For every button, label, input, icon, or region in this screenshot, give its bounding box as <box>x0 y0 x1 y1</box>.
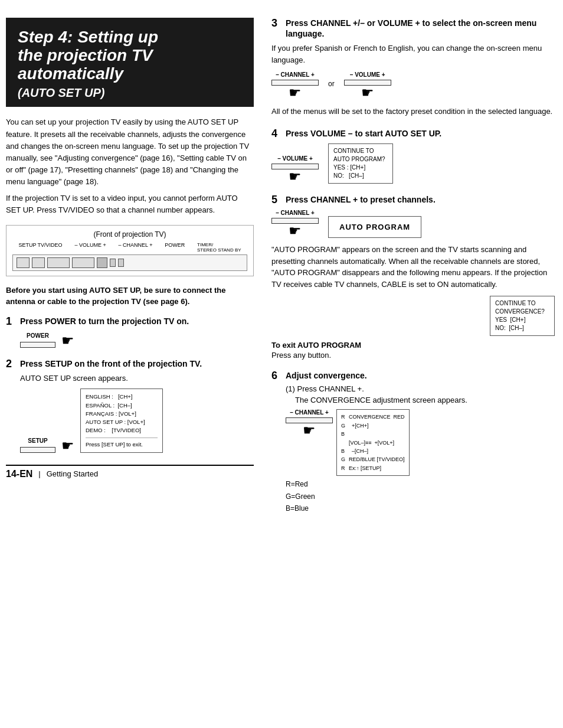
step-3-btn1-label: – CHANNEL + <box>276 71 315 78</box>
title-line1: Step 4: Setting up <box>18 28 242 47</box>
conv-col-letters: R G B B G R <box>341 413 345 472</box>
step-4-header: 4 Press VOLUME – to start AUTO SET UP. <box>271 128 555 139</box>
title-box: Step 4: Setting up the projection TV aut… <box>6 18 254 107</box>
step-6-sub1: (1) Press CHANNEL +. <box>286 384 555 393</box>
panel-btn-sm2 <box>118 259 124 267</box>
step-4-title: Press VOLUME – to start AUTO SET UP. <box>286 128 441 139</box>
step-5-btn-group: – CHANNEL + ☛ <box>271 210 319 238</box>
conv-g1: G <box>341 422 345 430</box>
panel-buttons <box>12 254 247 271</box>
step-3-btn2-group: – VOLUME + ☛ <box>344 71 391 100</box>
step-2-number: 2 <box>6 358 17 369</box>
step-1-body: POWER ☛ <box>6 331 254 348</box>
step-6-btn-group: – CHANNEL + ☛ <box>286 409 333 438</box>
title-line2: the projection TV <box>18 47 242 65</box>
step-1-btn-group: POWER <box>20 331 55 348</box>
step-1: 1 Press POWER to turn the projection TV … <box>6 316 254 348</box>
conv-g2: G <box>341 455 345 463</box>
step-5-s2-line4: NO: [CH–] <box>495 324 549 332</box>
conv-text-3 <box>349 430 405 438</box>
step-1-btn-label: POWER <box>27 331 49 340</box>
color-b: B=Blue <box>286 502 555 514</box>
diagram-title: (Front of projection TV) <box>12 230 247 239</box>
step-6-conv-diagram: – CHANNEL + ☛ R G B B G <box>286 409 555 476</box>
step-6: 6 Adjust convergence. (1) Press CHANNEL … <box>271 370 555 514</box>
step-3-or: or <box>328 80 335 100</box>
screen-line-3: FRANÇAIS : [VOL+] <box>86 410 158 418</box>
step-3-hand1-icon: ☛ <box>289 86 302 100</box>
step-5-s2-line3: YES [CH+] <box>495 316 549 324</box>
label-channel: – CHANNEL + <box>118 242 152 253</box>
intro-text: You can set up your projection TV easily… <box>6 116 254 216</box>
screen-divider <box>86 438 158 438</box>
screen-line-1: ENGLISH : [CH+] <box>86 393 158 401</box>
step-2-illus: SETUP ☛ ENGLISH : [CH+] ESPAÑOL : [CH–] … <box>20 389 254 453</box>
step-4-screen-line4: NO: [CH–] <box>333 172 388 180</box>
step-2-body-text: AUTO SET UP screen appears. <box>20 373 254 384</box>
step-5-screen2: CONTINUE TO CONVERGENCE? YES [CH+] NO: [… <box>490 296 555 336</box>
step-6-body: (1) Press CHANNEL +. The CONVERGENCE adj… <box>271 384 555 514</box>
panel-btn-setup <box>17 257 30 268</box>
label-power: POWER <box>165 242 185 253</box>
front-panel-diagram: (Front of projection TV) SETUP TV/VIDEO … <box>6 225 254 276</box>
label-setup: SETUP TV/VIDEO <box>18 242 62 253</box>
conv-gap <box>341 439 345 447</box>
page-number: 14-EN <box>6 469 32 479</box>
step-5-number: 5 <box>271 194 282 205</box>
conv-text-4: [VOL–]≡≡ +[VOL+] <box>349 439 405 447</box>
panel-btn-channel <box>72 257 94 268</box>
to-exit-title: To exit AUTO PROGRAM <box>271 341 555 350</box>
color-r: R=Red <box>286 478 555 490</box>
step-5-s2-line2: CONVERGENCE? <box>495 308 549 316</box>
warning-text: Before you start using AUTO SET UP, be s… <box>6 285 254 308</box>
screen-line-4: AUTO SET UP : [VOL+] <box>86 418 158 426</box>
step-5-btn-row: – CHANNEL + ☛ AUTO PROGRAM <box>271 210 555 238</box>
label-timer: TIMER/STEREO STAND BY <box>197 242 241 253</box>
step-2-btn-box <box>20 447 55 453</box>
step-3-body: If you prefer Spanish or French to Engli… <box>271 43 555 66</box>
step-4-screen-line1: CONTINUE TO <box>333 147 388 155</box>
title-subtitle: (AUTO SET UP) <box>18 86 242 100</box>
conv-text-7: Ex:↑ [SETUP] <box>349 464 405 472</box>
step-5-title: Press CHANNEL + to preset channels. <box>286 194 436 205</box>
conv-screen-inner: R G B B G R CONVERGENCE RED +[CH+] <box>341 413 405 472</box>
conv-r1: R <box>341 413 345 421</box>
step-2-header: 2 Press SETUP on the front of the projec… <box>6 358 254 369</box>
step-3-footer: All of the menus will be set to the fact… <box>271 106 555 117</box>
intro-para2: If the projection TV is set to a video i… <box>6 192 254 216</box>
panel-btn-sm1 <box>110 259 116 267</box>
conv-text-1: CONVERGENCE RED <box>349 413 405 421</box>
footer-divider: | <box>38 469 40 478</box>
step-2-hand-icon: ☛ <box>61 439 74 453</box>
footer-section: Getting Started <box>47 469 98 478</box>
step-5: 5 Press CHANNEL + to preset channels. – … <box>271 194 555 360</box>
step-2-btn-group: SETUP <box>20 436 55 453</box>
panel-btn-tvvideo <box>32 257 45 268</box>
step-4-hand-icon: ☛ <box>289 169 302 184</box>
step-5-header: 5 Press CHANNEL + to preset channels. <box>271 194 555 205</box>
intro-para1: You can set up your projection TV easily… <box>6 116 254 188</box>
step-6-sub2: The CONVERGENCE adjustment screen appear… <box>286 396 555 404</box>
step-5-btn-label: – CHANNEL + <box>276 210 315 216</box>
step-4: 4 Press VOLUME – to start AUTO SET UP. –… <box>271 128 555 184</box>
step-4-btn-label: – VOLUME + <box>277 155 313 162</box>
conv-text-2: +[CH+] <box>349 422 405 430</box>
step-3-hand2-icon: ☛ <box>361 86 374 100</box>
step-4-number: 4 <box>271 128 282 139</box>
step-1-title: Press POWER to turn the projection TV on… <box>20 316 189 327</box>
step-6-title: Adjust convergence. <box>286 370 367 381</box>
panel-btn-power <box>97 257 107 268</box>
step-6-number: 6 <box>271 370 282 381</box>
step-5-body: "AUTO PROGRAM" appears on the screen and… <box>271 244 555 290</box>
step-4-screen: CONTINUE TO AUTO PROGRAM? YES : [CH+] NO… <box>328 143 393 184</box>
step-1-number: 1 <box>6 316 17 327</box>
title-line3: automatically <box>18 65 242 83</box>
conv-text-6: RED/BLUE [TV/VIDEO] <box>349 455 405 463</box>
step-1-hand-icon: ☛ <box>61 334 74 348</box>
step-6-hand-icon: ☛ <box>303 423 316 438</box>
step-4-screen-line3: YES : [CH+] <box>333 164 388 172</box>
step-3: 3 Press CHANNEL +/– or VOLUME + to selec… <box>271 18 555 117</box>
panel-btn-volume <box>47 257 70 268</box>
panel-labels: SETUP TV/VIDEO – VOLUME + – CHANNEL + PO… <box>12 242 247 253</box>
step-6-btn-label: – CHANNEL + <box>290 409 329 416</box>
